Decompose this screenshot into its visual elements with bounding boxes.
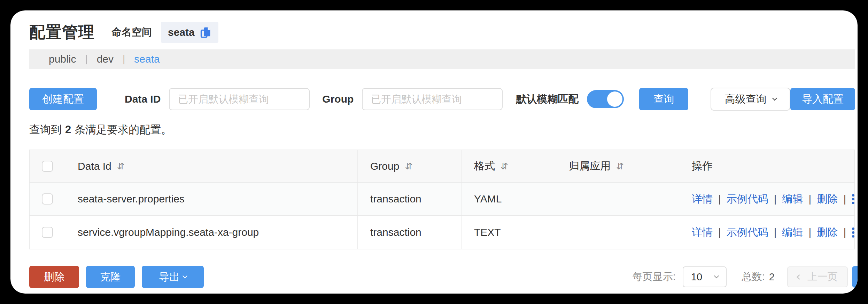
row-cell-select <box>30 216 65 249</box>
column-label: 归属应用 <box>569 159 611 173</box>
namespace-value: seata <box>168 26 195 38</box>
advanced-search-button[interactable]: 高级查询 <box>711 88 790 111</box>
fuzzy-match-toggle[interactable] <box>587 90 624 108</box>
action-delete-link[interactable]: 删除 <box>817 225 838 240</box>
action-sample-code-link[interactable]: 示例代码 <box>727 192 768 206</box>
group-label: Group <box>322 93 354 105</box>
header-cell-format: 格式 ⇵ <box>461 150 556 182</box>
pagination: 每页显示: 10 总数: 2 上一页 <box>633 265 858 288</box>
page-header: 配置管理 命名空间 seata <box>10 10 858 44</box>
row-cell-app <box>556 216 679 249</box>
action-separator: | <box>718 193 721 205</box>
clone-button[interactable]: 克隆 <box>86 266 135 288</box>
breadcrumb-item-public[interactable]: public <box>49 53 76 65</box>
table-header-row: Data Id ⇵ Group ⇵ 格式 ⇵ 归属应用 ⇵ 操作 <box>30 150 854 183</box>
total-label: 总数: <box>742 270 765 284</box>
breadcrumb-separator: | <box>85 54 87 65</box>
action-edit-link[interactable]: 编辑 <box>782 225 803 240</box>
sort-icon[interactable]: ⇵ <box>616 161 624 171</box>
data-id-label: Data ID <box>125 93 161 105</box>
sort-icon[interactable]: ⇵ <box>501 161 508 171</box>
result-summary: 查询到2条满足要求的配置。 <box>29 122 858 137</box>
row-cell-group: transaction <box>357 216 461 249</box>
config-management-panel: 配置管理 命名空间 seata public | dev | seata 创建配… <box>10 10 858 294</box>
action-separator: | <box>843 226 846 238</box>
prev-page-label: 上一页 <box>807 270 838 284</box>
select-all-checkbox[interactable] <box>42 161 53 172</box>
action-edit-link[interactable]: 编辑 <box>782 192 803 206</box>
column-label: 格式 <box>474 159 495 173</box>
page-size-value: 10 <box>691 271 702 283</box>
export-button[interactable]: 导出 <box>142 266 204 288</box>
result-suffix: 条满足要求的配置。 <box>75 123 172 136</box>
breadcrumb-item-dev[interactable]: dev <box>97 53 114 65</box>
header-cell-data-id: Data Id ⇵ <box>65 150 357 182</box>
config-table: Data Id ⇵ Group ⇵ 格式 ⇵ 归属应用 ⇵ 操作 <box>29 150 855 249</box>
action-separator: | <box>774 226 777 238</box>
page-size-label: 每页显示: <box>633 270 676 284</box>
copy-icon[interactable] <box>200 26 211 39</box>
row-cell-format: TEXT <box>461 216 556 249</box>
header-cell-group: Group ⇵ <box>357 150 461 182</box>
header-cell-select <box>30 150 65 182</box>
row-cell-app <box>556 183 679 215</box>
row-cell-data-id: seata-server.properties <box>65 183 357 215</box>
fuzzy-match-label: 默认模糊匹配 <box>516 92 579 106</box>
header-cell-actions: 操作 <box>679 150 854 182</box>
import-config-button[interactable]: 导入配置 <box>790 88 855 110</box>
chevron-down-icon <box>183 273 187 278</box>
row-checkbox[interactable] <box>42 193 53 205</box>
column-label: Data Id <box>78 160 111 172</box>
action-separator: | <box>774 193 777 205</box>
page-title: 配置管理 <box>29 22 95 43</box>
row-cell-data-id: service.vgroupMapping.seata-xa-group <box>65 216 357 249</box>
row-cell-format: YAML <box>461 183 556 215</box>
action-detail-link[interactable]: 详情 <box>692 225 713 240</box>
table-row: seata-server.properties transaction YAML… <box>30 183 854 216</box>
row-cell-group: transaction <box>357 183 461 215</box>
total-value: 2 <box>769 271 775 283</box>
action-delete-link[interactable]: 删除 <box>817 192 838 206</box>
toggle-knob-icon <box>607 91 622 107</box>
chevron-down-icon <box>772 96 777 101</box>
prev-page-button[interactable]: 上一页 <box>787 266 848 287</box>
chevron-down-icon <box>714 273 719 278</box>
more-actions-icon[interactable] <box>852 226 854 238</box>
search-button[interactable]: 查询 <box>639 88 688 110</box>
page-size-select[interactable]: 10 <box>683 266 727 287</box>
result-count: 2 <box>65 123 71 136</box>
current-page-button[interactable] <box>852 266 858 288</box>
filter-toolbar: 创建配置 Data ID Group 默认模糊匹配 查询 高级查询 导入配置 <box>29 88 858 111</box>
namespace-label: 命名空间 <box>111 25 152 39</box>
batch-delete-button[interactable]: 删除 <box>29 266 79 288</box>
action-sample-code-link[interactable]: 示例代码 <box>727 225 768 240</box>
sort-icon[interactable]: ⇵ <box>405 161 412 171</box>
table-row: service.vgroupMapping.seata-xa-group tra… <box>30 216 854 249</box>
sort-icon[interactable]: ⇵ <box>117 161 125 171</box>
footer-toolbar: 删除 克隆 导出 每页显示: 10 总数: 2 上一页 <box>29 265 858 288</box>
breadcrumb: public | dev | seata <box>29 49 855 69</box>
group-input[interactable] <box>362 88 503 110</box>
action-separator: | <box>809 226 812 238</box>
advanced-search-label: 高级查询 <box>725 92 767 106</box>
action-separator: | <box>843 193 846 205</box>
row-cell-actions: 详情 | 示例代码 | 编辑 | 删除 | <box>679 183 854 215</box>
row-cell-actions: 详情 | 示例代码 | 编辑 | 删除 | <box>679 216 854 249</box>
breadcrumb-item-seata[interactable]: seata <box>134 53 160 65</box>
action-detail-link[interactable]: 详情 <box>692 192 713 206</box>
export-label: 导出 <box>159 270 180 284</box>
row-checkbox[interactable] <box>42 227 53 238</box>
header-cell-app: 归属应用 ⇵ <box>556 150 679 182</box>
breadcrumb-separator: | <box>123 54 125 65</box>
result-prefix: 查询到 <box>29 123 62 136</box>
create-config-button[interactable]: 创建配置 <box>29 88 97 110</box>
column-label: Group <box>370 160 399 172</box>
data-id-input[interactable] <box>169 88 310 110</box>
column-label: 操作 <box>692 159 713 173</box>
more-actions-icon[interactable] <box>852 193 854 205</box>
row-cell-select <box>30 183 65 215</box>
action-separator: | <box>809 193 812 205</box>
namespace-badge: seata <box>161 22 218 43</box>
action-separator: | <box>718 226 721 238</box>
chevron-left-icon <box>797 274 802 280</box>
